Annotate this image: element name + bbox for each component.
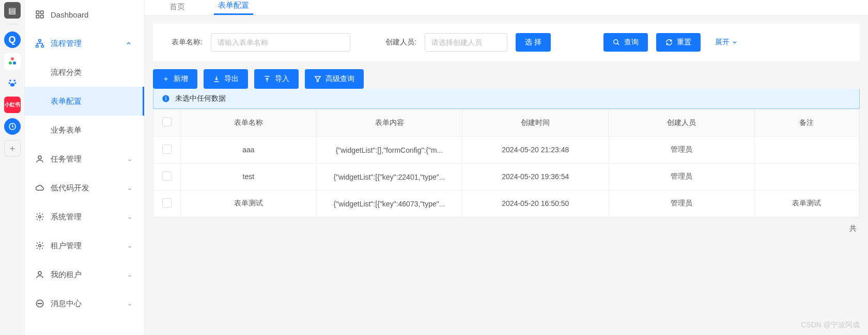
sidebar-item-label: 流程分类 [51, 68, 134, 77]
sidebar-item-task[interactable]: 任务管理 ⌄ [25, 145, 144, 173]
cell-note [754, 136, 859, 163]
select-all-checkbox[interactable] [162, 117, 172, 126]
import-icon [264, 75, 271, 83]
chevron-down-icon: ⌄ [126, 271, 134, 278]
export-button-label: 导出 [224, 74, 239, 84]
svg-point-7 [10, 83, 14, 87]
rail-folder-icon[interactable]: ▤ [4, 2, 21, 19]
sidebar-item-workflow[interactable]: 流程管理 [25, 29, 144, 58]
filter-name-input[interactable] [211, 33, 350, 52]
cell-creator: 管理员 [609, 163, 755, 190]
svg-point-23 [41, 303, 42, 304]
advanced-search-button[interactable]: 高级查询 [305, 69, 364, 89]
select-button[interactable]: 选 择 [516, 33, 551, 52]
chevron-down-icon: ⌄ [126, 155, 134, 163]
search-icon [613, 39, 620, 46]
export-button[interactable]: 导出 [204, 69, 248, 89]
table-row[interactable]: aaa{"widgetList":[],"formConfig":{"m...2… [153, 136, 859, 163]
rail-app-icon[interactable] [4, 53, 21, 70]
row-checkbox[interactable] [162, 145, 172, 154]
cell-creator: 管理员 [609, 136, 755, 163]
sidebar-item-dashboard[interactable]: Dashboard [25, 0, 144, 29]
svg-point-27 [165, 97, 166, 98]
import-button-label: 导入 [275, 74, 289, 84]
chevron-down-icon [732, 39, 738, 45]
user-icon [35, 270, 44, 279]
dashboard-icon [35, 10, 44, 19]
sidebar-item-business-form[interactable]: 业务表单 [25, 116, 144, 145]
rail-browser-icon[interactable]: Q [4, 31, 21, 48]
rail-add-icon[interactable]: ＋ [4, 140, 21, 156]
sidebar-item-tenant[interactable]: 租户管理 ⌄ [25, 231, 144, 260]
cell-content: {"widgetList":[],"formConfig":{"m... [316, 136, 462, 163]
chevron-up-icon [126, 40, 134, 46]
chevron-down-icon: ⌄ [126, 300, 134, 307]
sidebar-item-label: 租户管理 [51, 241, 119, 251]
row-checkbox[interactable] [162, 171, 172, 181]
icon-rail: ▤ Q 小红书 ＋ [0, 0, 25, 335]
svg-rect-26 [165, 98, 166, 101]
svg-rect-11 [36, 15, 39, 18]
svg-rect-14 [36, 45, 39, 47]
sidebar-item-label: Dashboard [51, 10, 134, 19]
tab-form-config[interactable]: 表单配置 [214, 1, 253, 15]
export-icon [213, 75, 220, 83]
svg-point-4 [13, 79, 16, 82]
svg-point-1 [9, 61, 12, 65]
reset-button-label: 重置 [677, 38, 691, 47]
search-button[interactable]: 查询 [603, 33, 648, 52]
plus-icon: ＋ [162, 74, 169, 84]
svg-point-0 [11, 57, 14, 60]
gear-icon [35, 241, 44, 250]
reset-button[interactable]: 重置 [656, 33, 701, 52]
expand-label: 展开 [715, 38, 730, 47]
rail-xiaohongshu-icon[interactable]: 小红书 [4, 97, 21, 113]
sidebar-item-label: 任务管理 [51, 154, 119, 164]
row-checkbox[interactable] [162, 198, 172, 208]
filter-creator-input[interactable] [425, 33, 507, 52]
sidebar-item-label: 消息中心 [51, 299, 119, 309]
sidebar-item-form-config[interactable]: 表单配置 [25, 87, 144, 116]
sidebar-item-label: 系统管理 [51, 212, 119, 222]
import-button[interactable]: 导入 [254, 69, 299, 89]
cell-name: 表单测试 [181, 190, 317, 217]
cell-note [754, 163, 859, 190]
filter-bar: 表单名称: 创建人员: 选 择 查询 重置 展开 [153, 24, 860, 61]
watermark: CSDN @宁波阿成 [801, 321, 860, 330]
sidebar-item-mytenant[interactable]: 我的租户 ⌄ [25, 260, 144, 289]
svg-rect-15 [41, 45, 44, 47]
cell-content: {"widgetList":[{"key":22401,"type"... [316, 163, 462, 190]
cell-name: test [181, 163, 317, 190]
filter-creator-label: 创建人员: [377, 38, 416, 47]
tab-home[interactable]: 首页 [165, 2, 189, 15]
new-button[interactable]: ＋ 新增 [153, 69, 197, 89]
svg-point-22 [39, 303, 40, 304]
cell-creator: 管理员 [609, 190, 755, 217]
col-header-content: 表单内容 [316, 109, 462, 136]
sidebar-item-flow-category[interactable]: 流程分类 [25, 58, 144, 87]
expand-toggle[interactable]: 展开 [715, 38, 738, 47]
svg-point-24 [614, 40, 618, 44]
new-button-label: 新增 [174, 74, 188, 84]
cell-time: 2024-05-20 16:50:50 [462, 190, 609, 217]
sidebar-item-message[interactable]: 消息中心 ⌄ [25, 289, 144, 318]
main-content: 首页 表单配置 表单名称: 创建人员: 选 择 查询 重置 [145, 0, 868, 335]
sidebar-item-lowcode[interactable]: 低代码开发 ⌄ [25, 173, 144, 202]
sidebar-item-label: 业务表单 [51, 125, 134, 135]
svg-point-16 [38, 156, 41, 159]
table-row[interactable]: 表单测试{"widgetList":[{"key":46073,"type"..… [153, 190, 859, 217]
rail-clock-icon[interactable] [4, 118, 21, 135]
sidebar-item-label: 低代码开发 [51, 183, 119, 193]
chevron-down-icon: ⌄ [126, 213, 134, 220]
sidebar-item-system[interactable]: 系统管理 ⌄ [25, 202, 144, 231]
col-header-creator: 创建人员 [609, 109, 755, 136]
sidebar: Dashboard 流程管理 流程分类 表单配置 业务表单 [25, 0, 145, 335]
filter-name-label: 表单名称: [163, 38, 203, 47]
cell-name: aaa [181, 136, 317, 163]
svg-point-17 [39, 216, 41, 218]
table-row[interactable]: test{"widgetList":[{"key":22401,"type"..… [153, 163, 859, 190]
table-header-row: 表单名称 表单内容 创建时间 创建人员 备注 [153, 109, 859, 136]
workflow-icon [35, 39, 44, 48]
svg-point-2 [13, 61, 16, 65]
rail-baidu-icon[interactable] [4, 75, 21, 91]
